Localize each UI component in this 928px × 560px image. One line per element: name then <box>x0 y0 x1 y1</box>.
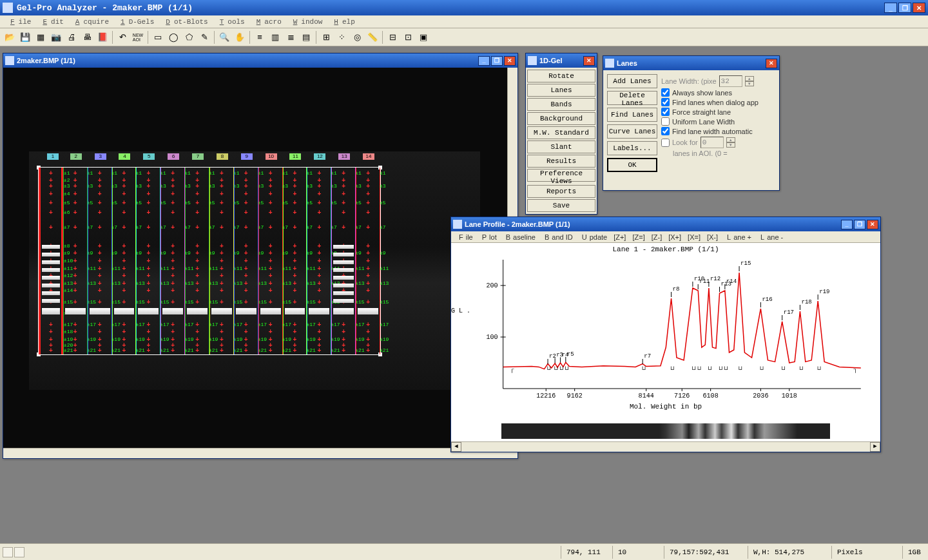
menu-file[interactable]: File <box>3 17 35 27</box>
menu-help[interactable]: Help <box>326 17 358 27</box>
profile-menu-lane-[interactable]: Lane - <box>755 233 786 242</box>
profile-minimize-button[interactable]: _ <box>841 220 853 229</box>
lane-5[interactable]: 5+±1++±3++±5++±7++±9++±11++±13++±15++±17… <box>136 168 160 354</box>
lane-10[interactable]: 10+±1++±3++±5++±7++±9++±11++±13++±15++±1… <box>258 168 283 354</box>
gel-hscrollbar[interactable] <box>3 448 517 458</box>
lane-11[interactable]: 11+±1++±3++±5++±7++±9++±11++±13++±15++±1… <box>283 168 307 354</box>
1d-preference-views-button[interactable]: Preference Views <box>527 169 595 182</box>
1d-bands-button[interactable]: Bands <box>527 98 595 111</box>
app-maximize-button[interactable]: ❐ <box>898 3 911 13</box>
dots-icon[interactable]: ⁘ <box>334 30 349 44</box>
undo-icon[interactable]: ↶ <box>115 30 130 44</box>
1d-rotate-button[interactable]: Rotate <box>527 70 595 82</box>
poly-icon[interactable]: ⬠ <box>182 30 196 44</box>
profile-menu-update[interactable]: Update <box>577 233 610 242</box>
lane-14[interactable]: 14+±1++±3++±5++±7++±9++±11++±13++±15++±1… <box>356 168 380 354</box>
zoom-icon[interactable]: 🔍 <box>217 30 231 44</box>
menu-edit[interactable]: Edit <box>35 17 67 27</box>
profile-menu--x-[interactable]: [X+] <box>666 233 684 242</box>
1d-slant-button[interactable]: Slant <box>527 140 595 153</box>
lane-6[interactable]: 6+±1++±3++±5++±7++±9++±11++±13++±15++±17… <box>160 168 185 354</box>
profile-scroll-left[interactable]: ◄ <box>451 442 461 452</box>
lanes-find-lanes-button[interactable]: Find Lanes <box>607 108 657 122</box>
lanes-add-lanes-button[interactable]: Add Lanes <box>607 74 657 88</box>
oval-icon[interactable]: ◯ <box>166 30 180 44</box>
lane-2[interactable]: 2+±1++±3++±5++±7++±9++±11++±13++±15++±17… <box>63 168 88 354</box>
profile-scroll-right[interactable]: ► <box>870 442 880 452</box>
look-for-spin-up[interactable]: ▲ <box>726 137 735 142</box>
lanes-check-1[interactable] <box>661 98 670 106</box>
profile-menu-band-id[interactable]: Band ID <box>539 233 575 242</box>
lanes-curve-lanes-button[interactable]: Curve Lanes <box>607 124 657 139</box>
profile-menu-file[interactable]: File <box>454 233 476 242</box>
gel-maximize-button[interactable]: ❐ <box>491 56 503 66</box>
1d-background-button[interactable]: Background <box>527 112 595 125</box>
lane-overlay[interactable]: 1+±1+±2+±3+±4+±5+±6+±7+±8+±9+±10+±11+±12… <box>39 168 380 354</box>
view-icon[interactable]: ▣ <box>416 30 430 44</box>
hand-icon[interactable]: ✋ <box>233 30 247 44</box>
profile-menu--x-[interactable]: [X-] <box>704 233 720 242</box>
pencil-icon[interactable]: ✎ <box>197 30 211 44</box>
lane-7[interactable]: 7+±1++±3++±5++±7++±9++±11++±13++±15++±17… <box>185 168 209 354</box>
sliders-icon[interactable]: ≡ <box>253 30 267 44</box>
lane-1[interactable]: 1+±1+±2+±3+±4+±5+±6+±7+±8+±9+±10+±11+±12… <box>39 168 63 354</box>
menu-1d-gels[interactable]: 1D-Gels <box>113 17 158 27</box>
menu-dot-blots[interactable]: Dot-Blots <box>158 17 211 27</box>
profile-menu--z-[interactable]: [Z-] <box>649 233 665 242</box>
palette-icon[interactable]: ▥ <box>268 30 282 44</box>
lanes-delete-lanes-button[interactable]: Delete Lanes <box>607 91 657 105</box>
grid-icon[interactable]: ▦ <box>34 30 48 44</box>
calc1-icon[interactable]: ⊟ <box>385 30 400 44</box>
lane-width-spin-up[interactable]: ▲ <box>745 76 754 81</box>
bars-icon[interactable]: ≣ <box>284 30 298 44</box>
profile-menu-baseline[interactable]: Baseline <box>501 233 538 242</box>
1d-results-button[interactable]: Results <box>527 155 595 168</box>
1d-lanes-button[interactable]: Lanes <box>527 84 595 97</box>
lanes-dialog-close-button[interactable]: ✕ <box>766 59 777 68</box>
lanes-ok-button[interactable]: OK <box>607 158 657 172</box>
menu-macro[interactable]: Macro <box>249 17 285 27</box>
menu-window[interactable]: Window <box>285 17 327 27</box>
1d-reports-button[interactable]: Reports <box>527 185 595 198</box>
lanes-check-2[interactable] <box>661 108 670 116</box>
profile-close-button[interactable]: ✕ <box>867 220 878 229</box>
print-icon[interactable]: 🖶 <box>80 30 94 44</box>
lane-width-spin-down[interactable]: ▼ <box>745 81 754 86</box>
profile-hscrollbar[interactable]: ◄ ► <box>451 441 880 452</box>
grid2-icon[interactable]: ⊞ <box>319 30 333 44</box>
new-aoi-icon[interactable]: NEWAOI <box>131 30 145 44</box>
lane-9[interactable]: 9+±1++±3++±5++±7++±9++±11++±13++±15++±17… <box>234 168 258 354</box>
profile-menu-lane-[interactable]: Lane + <box>722 233 754 242</box>
profile-menu--x-[interactable]: [X=] <box>685 233 703 242</box>
save-icon[interactable]: 💾 <box>18 30 32 44</box>
lanes-check-4[interactable] <box>661 127 670 135</box>
look-for-spin-down[interactable]: ▼ <box>726 142 735 148</box>
profile-menu-plot[interactable]: Plot <box>477 233 499 242</box>
profile-maximize-button[interactable]: ❐ <box>854 220 865 229</box>
status-icon-2[interactable] <box>14 547 24 557</box>
camera-icon[interactable]: 📷 <box>49 30 63 44</box>
lane-3[interactable]: 3+±1++±3++±5++±7++±9++±11++±13++±15++±17… <box>88 168 112 354</box>
menu-tools[interactable]: Tools <box>212 17 249 27</box>
app-close-button[interactable]: ✕ <box>913 3 925 13</box>
lanes-check-0[interactable] <box>661 88 670 97</box>
scan-icon[interactable]: 🖨 <box>64 30 79 44</box>
gel-canvas[interactable]: 1+±1+±2+±3+±4+±5+±6+±7+±8+±9+±10+±11+±12… <box>3 68 517 448</box>
calc2-icon[interactable]: ⊡ <box>401 30 415 44</box>
lanes-check-5[interactable] <box>661 139 670 147</box>
target-icon[interactable]: ◎ <box>350 30 364 44</box>
status-icon-1[interactable] <box>3 547 13 557</box>
book-icon[interactable]: 📕 <box>95 30 110 44</box>
gel-minimize-button[interactable]: _ <box>478 56 490 66</box>
lane-13[interactable]: 13+±1++±3++±5++±7++±9++±11++±13++±15++±1… <box>331 168 356 354</box>
profile-menu--z-[interactable]: [Z=] <box>630 233 647 242</box>
1d-gel-close-button[interactable]: ✕ <box>583 56 595 66</box>
gel-close-button[interactable]: ✕ <box>504 56 516 66</box>
1d-m-w-standard-button[interactable]: M.W. Standard <box>527 126 595 139</box>
menu-acquire[interactable]: Acquire <box>68 17 113 27</box>
open-icon[interactable]: 📂 <box>3 30 17 44</box>
lane-4[interactable]: 4+±1++±3++±5++±7++±9++±11++±13++±15++±17… <box>112 168 137 354</box>
rect-icon[interactable]: ▭ <box>151 30 165 44</box>
lane-12[interactable]: 12+±1++±3++±5++±7++±9++±11++±13++±15++±1… <box>307 168 331 354</box>
lanes-labels--button[interactable]: Labels... <box>607 141 657 155</box>
